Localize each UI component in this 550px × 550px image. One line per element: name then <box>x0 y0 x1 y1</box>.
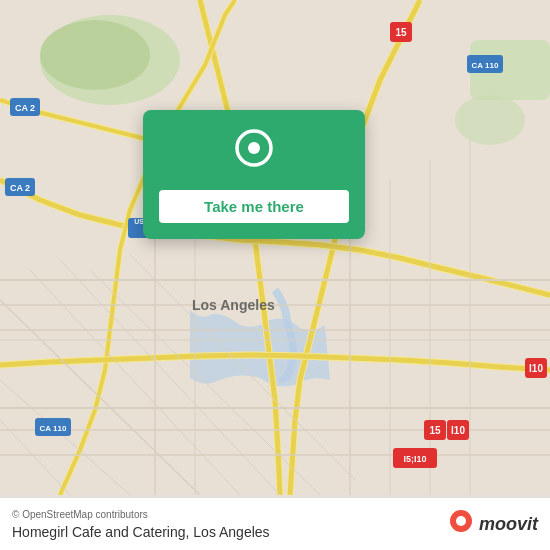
svg-text:CA 110: CA 110 <box>472 61 499 70</box>
svg-point-4 <box>455 95 525 145</box>
take-me-there-button[interactable]: Take me there <box>159 190 349 223</box>
svg-text:I5;I10: I5;I10 <box>403 454 426 464</box>
svg-text:15: 15 <box>429 425 441 436</box>
svg-text:I10: I10 <box>529 363 543 374</box>
svg-point-2 <box>40 20 150 90</box>
osm-attribution: © OpenStreetMap contributors <box>12 509 270 520</box>
popup-card: Take me there <box>143 110 365 239</box>
moovit-logo: moovit <box>447 508 538 540</box>
map-container: CA 2 CA 2 US 101 15 CA 110 15 I10 I10 CA… <box>0 0 550 550</box>
svg-text:Los Angeles: Los Angeles <box>192 297 275 313</box>
svg-point-51 <box>456 516 466 526</box>
svg-text:15: 15 <box>395 27 407 38</box>
bottom-left-info: © OpenStreetMap contributors Homegirl Ca… <box>12 509 270 540</box>
bottom-bar: © OpenStreetMap contributors Homegirl Ca… <box>0 497 550 550</box>
map-pin-icon <box>232 128 276 180</box>
svg-text:CA 2: CA 2 <box>10 183 30 193</box>
location-name: Homegirl Cafe and Catering, Los Angeles <box>12 524 270 540</box>
map-background: CA 2 CA 2 US 101 15 CA 110 15 I10 I10 CA… <box>0 0 550 495</box>
svg-point-49 <box>248 142 260 154</box>
svg-text:CA 2: CA 2 <box>15 103 35 113</box>
moovit-icon <box>447 508 475 540</box>
moovit-brand-text: moovit <box>479 514 538 535</box>
svg-text:I10: I10 <box>451 425 465 436</box>
svg-text:CA 110: CA 110 <box>40 424 67 433</box>
